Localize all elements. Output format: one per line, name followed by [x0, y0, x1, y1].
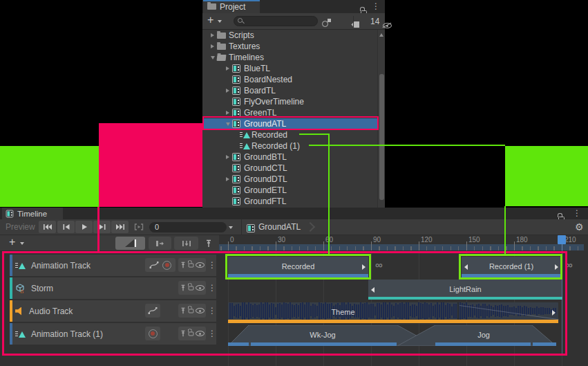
tree-item-flyovertimeline[interactable]: FlyOverTimeline	[202, 96, 377, 107]
breadcrumb[interactable]: GroundATL	[258, 222, 301, 232]
ruler-tick-label: 30	[278, 236, 285, 244]
timeline-asset-icon	[232, 64, 240, 73]
lock-button[interactable]	[189, 331, 194, 336]
lock-button[interactable]	[189, 286, 194, 290]
clip-color-bar	[462, 274, 561, 277]
tree-item-groundetl[interactable]: GroundETL	[202, 185, 377, 196]
kebab-menu-icon[interactable]: ⋮	[573, 209, 581, 217]
track-menu-button[interactable]: ⋮	[208, 261, 216, 269]
tree-item-textures[interactable]: Textures	[202, 41, 377, 52]
clip-right-handle-icon[interactable]	[362, 264, 366, 270]
frame-field-caret-icon[interactable]	[229, 226, 233, 229]
ripple-mode-button[interactable]	[149, 237, 171, 250]
track-header-animation-track[interactable]: Animation Track ⋮	[10, 255, 216, 276]
screenshot-stage: Project ⋮ + 14 Scripts Textures Timeline…	[0, 0, 588, 366]
add-asset-caret-icon[interactable]	[218, 20, 222, 23]
clip-color-bar	[435, 342, 531, 346]
tab-project[interactable]: Project	[203, 0, 260, 13]
scroll-up-icon[interactable]	[379, 33, 383, 37]
pin-button[interactable]	[180, 261, 187, 269]
tree-item-groundbtl[interactable]: GroundBTL	[202, 152, 377, 163]
previous-frame-button[interactable]	[57, 221, 75, 233]
lock-button[interactable]	[189, 263, 194, 267]
clip-recorded-1[interactable]: Recorded (1)	[462, 257, 561, 277]
play-button[interactable]	[75, 221, 93, 233]
lock-button[interactable]	[189, 309, 194, 313]
tree-item-groundftl[interactable]: GroundFTL	[202, 196, 377, 207]
ruler-minor-ticks	[219, 246, 584, 250]
pin-button[interactable]	[180, 329, 187, 338]
track-button-group	[145, 327, 160, 340]
tree-item-groundatl[interactable]: GroundATL	[202, 118, 377, 129]
scrollbar-thumb[interactable]	[379, 74, 384, 200]
clip-right-handle-icon[interactable]	[555, 264, 558, 270]
track-menu-button[interactable]: ⋮	[208, 284, 216, 292]
next-frame-icon	[98, 223, 106, 230]
preview-toggle[interactable]: Preview	[6, 222, 35, 232]
tree-item-recorded[interactable]: Recorded	[202, 129, 377, 140]
go-to-end-button[interactable]	[111, 221, 129, 233]
go-to-start-button[interactable]	[39, 221, 56, 233]
play-range-button[interactable]	[131, 221, 147, 233]
kebab-menu-icon[interactable]: ⋮	[372, 2, 380, 10]
add-track-button[interactable]: +	[9, 236, 15, 248]
timeline-asset-icon	[247, 224, 255, 232]
tree-item-scripts[interactable]: Scripts	[202, 30, 377, 41]
clip-lightrain[interactable]: LightRain	[368, 280, 562, 300]
timeline-end-marker[interactable]	[558, 235, 566, 244]
clip-color-bar	[228, 320, 558, 323]
ruler-tick-label: 150	[468, 236, 480, 244]
next-frame-button[interactable]	[93, 221, 111, 233]
tab-timeline[interactable]: Timeline	[2, 208, 63, 219]
track-header-storm[interactable]: {} Storm ⋮	[10, 277, 216, 299]
track-header-animation-track-1[interactable]: Animation Track (1) ⋮	[10, 323, 216, 345]
clip-right-handle-icon[interactable]	[552, 310, 556, 315]
clip-group-wkjog-jog[interactable]: Wk-Jog Jog	[228, 325, 556, 346]
record-button[interactable]	[162, 261, 171, 270]
tree-item-timelines[interactable]: Timelines	[202, 52, 377, 63]
eye-button[interactable]	[196, 331, 205, 336]
animation-clip-icon	[240, 142, 250, 150]
search-by-type-icon[interactable]	[322, 19, 332, 27]
search-input[interactable]	[234, 16, 318, 26]
ruler-tick	[371, 241, 372, 250]
add-asset-button[interactable]: +	[207, 14, 214, 26]
replace-mode-button[interactable]	[174, 237, 198, 250]
tree-item-boardtl[interactable]: BoardTL	[202, 85, 377, 96]
tree-item-boardnested[interactable]: BoardNested	[202, 74, 377, 85]
clip-theme[interactable]: Theme	[228, 302, 558, 323]
clip-color-bar	[251, 342, 397, 346]
track-menu-button[interactable]: ⋮	[208, 329, 216, 338]
eye-button[interactable]	[196, 308, 205, 313]
marker-pin-button[interactable]	[200, 237, 217, 250]
project-scrollbar[interactable]	[377, 30, 385, 208]
tree-item-bluetl[interactable]: BlueTL	[202, 63, 377, 74]
timeline-asset-icon	[232, 75, 240, 84]
track-menu-button[interactable]: ⋮	[208, 306, 216, 315]
clip-recorded[interactable]: Recorded	[228, 257, 368, 277]
frame-field[interactable]: 0	[149, 222, 227, 232]
eye-button[interactable]	[196, 285, 205, 291]
timeline-ruler[interactable]: 0 30 60 90 120 150 180 210	[219, 235, 588, 251]
ruler-tick-label: 210	[565, 236, 576, 244]
clip-color-bar	[228, 274, 368, 277]
pin-button[interactable]	[180, 306, 187, 315]
annotation-green-block-right	[505, 146, 588, 206]
track-header-audio-track[interactable]: Audio Track ⋮	[10, 300, 216, 322]
tree-item-recorded-1[interactable]: Recorded (1)	[202, 140, 377, 152]
ruler-tick	[276, 241, 276, 250]
curves-button[interactable]	[148, 306, 158, 315]
add-track-caret-icon[interactable]	[20, 242, 24, 245]
record-button[interactable]	[149, 329, 158, 338]
mix-mode-button[interactable]	[115, 237, 145, 250]
track-button-group	[145, 258, 176, 272]
eye-button[interactable]	[196, 262, 205, 268]
tree-item-groundctl[interactable]: GroundCTL	[202, 163, 377, 174]
tree-item-grounddtl[interactable]: GroundDTL	[202, 174, 377, 185]
hidden-count-eye-icon[interactable]	[383, 23, 392, 28]
gear-icon[interactable]: ⚙	[575, 221, 584, 232]
pin-button[interactable]	[180, 284, 187, 292]
tree-item-greentl[interactable]: GreenTL	[202, 107, 377, 118]
curves-button[interactable]	[149, 261, 159, 269]
clip-color-bar	[228, 342, 249, 346]
